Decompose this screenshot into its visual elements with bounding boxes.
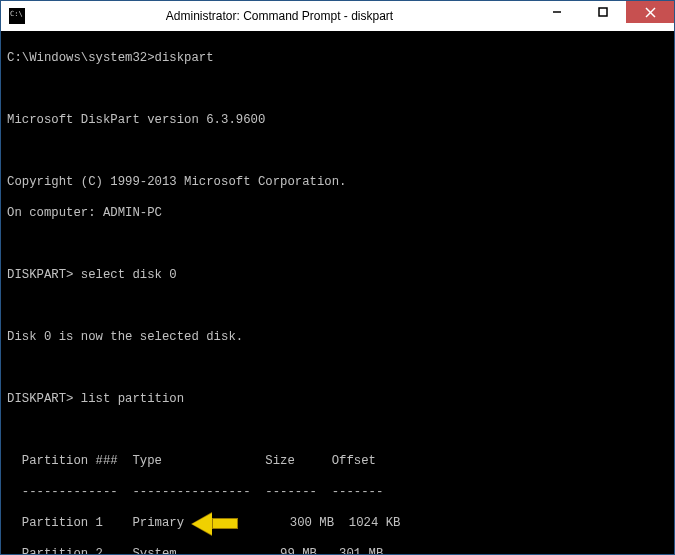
window-title: Administrator: Command Prompt - diskpart xyxy=(25,9,534,23)
maximize-button[interactable] xyxy=(580,1,626,23)
version-line: Microsoft DiskPart version 6.3.9600 xyxy=(7,113,668,129)
prompt-line: C:\Windows\system32>diskpart xyxy=(7,51,668,67)
close-icon xyxy=(645,7,656,18)
minimize-icon xyxy=(552,7,562,17)
command-prompt-window: Administrator: Command Prompt - diskpart… xyxy=(0,0,675,555)
table-row: Partition 2 System 99 MB 301 MB xyxy=(7,547,668,554)
minimize-button[interactable] xyxy=(534,1,580,23)
table-divider: ------------- ---------------- ------- -… xyxy=(7,485,668,501)
cmd-icon xyxy=(9,8,25,24)
copyright-line: Copyright (C) 1999-2013 Microsoft Corpor… xyxy=(7,175,668,191)
titlebar[interactable]: Administrator: Command Prompt - diskpart xyxy=(1,1,674,31)
arrow-annotation-icon xyxy=(190,516,238,530)
dp-select-disk: DISKPART> select disk 0 xyxy=(7,268,668,284)
terminal-output[interactable]: C:\Windows\system32>diskpart Microsoft D… xyxy=(1,31,674,554)
window-controls xyxy=(534,1,674,31)
table-row: Partition 1 Primary 300 MB 1024 KB xyxy=(7,516,668,532)
computer-line: On computer: ADMIN-PC xyxy=(7,206,668,222)
svg-rect-1 xyxy=(599,8,607,16)
table-header: Partition ### Type Size Offset xyxy=(7,454,668,470)
dp-list-partition: DISKPART> list partition xyxy=(7,392,668,408)
msg-disk-selected: Disk 0 is now the selected disk. xyxy=(7,330,668,346)
maximize-icon xyxy=(598,7,608,17)
close-button[interactable] xyxy=(626,1,674,23)
